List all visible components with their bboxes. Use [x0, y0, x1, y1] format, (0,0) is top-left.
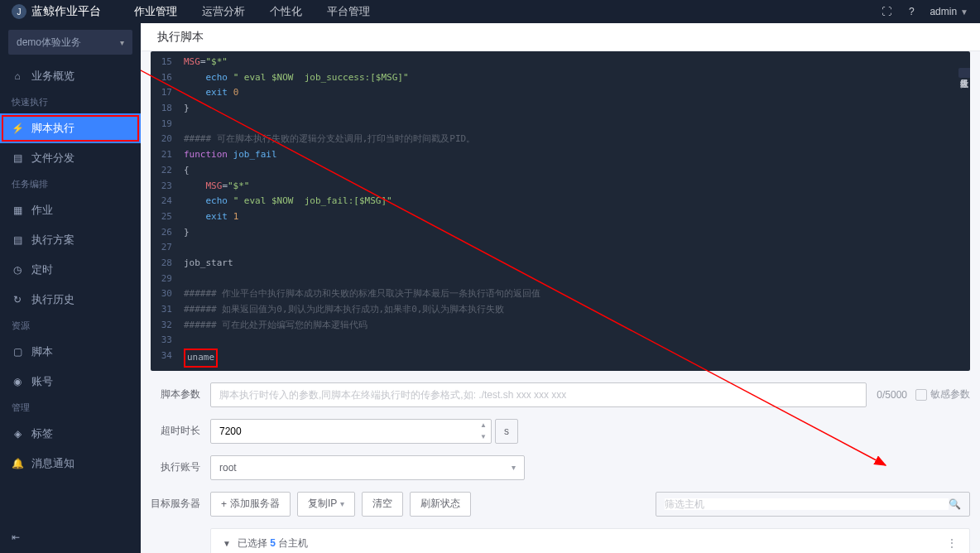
app-logo[interactable]: J 蓝鲸作业平台 [12, 4, 101, 19]
sidebar-item-label: 消息通知 [31, 456, 74, 471]
expand-icon[interactable]: ⛶ [880, 5, 893, 18]
refresh-button[interactable]: 刷新状态 [410, 492, 471, 517]
clear-button[interactable]: 清空 [362, 492, 403, 517]
sidebar-item-label: 执行历史 [31, 292, 74, 307]
line-number: 34 [151, 349, 184, 368]
sidebar-plans[interactable]: ▤执行方案 [0, 225, 141, 255]
line-number: 17 [151, 85, 184, 101]
line-number: 25 [151, 209, 184, 225]
chevron-down-icon: ▾ [340, 499, 344, 508]
sensitive-checkbox[interactable]: 敏感参数 [915, 387, 970, 402]
sidebar-accounts[interactable]: ◉账号 [0, 367, 141, 397]
history-icon: ↻ [12, 294, 23, 305]
timeout-label: 超时时长 [151, 424, 200, 438]
checkbox-box [915, 389, 927, 401]
sidebar-item-label: 标签 [31, 426, 53, 441]
sidebar-item-label: 执行方案 [31, 233, 74, 248]
line-number: 16 [151, 70, 184, 86]
sidebar-item-label: 定时 [31, 262, 53, 277]
collapse-toggle[interactable]: ▼ [223, 539, 231, 548]
line-number: 29 [151, 272, 184, 287]
account-label: 执行账号 [151, 460, 200, 474]
line-number: 26 [151, 225, 184, 241]
chevron-down-icon: ▾ [120, 38, 124, 47]
spin-up[interactable]: ▲ [477, 420, 490, 431]
sidebar-scripts[interactable]: ▢脚本 [0, 337, 141, 367]
home-icon: ⌂ [12, 70, 23, 82]
script-icon: ▢ [12, 346, 23, 358]
line-number: 21 [151, 147, 184, 163]
account-value: root [219, 462, 237, 474]
code-editor[interactable]: 15MSG="$*" 16 echo " eval $NOW job_succe… [151, 51, 970, 371]
sidebar-notify[interactable]: 🔔消息通知 [0, 449, 141, 478]
business-selector[interactable]: demo体验业务 ▾ [8, 30, 132, 55]
line-number: 23 [151, 179, 184, 195]
editor-side-tab[interactable]: 最近执行果 [958, 68, 970, 78]
help-icon[interactable]: ? [905, 5, 918, 18]
host-search-input[interactable] [665, 498, 949, 510]
params-label: 脚本参数 [151, 387, 200, 402]
nav-platform[interactable]: 平台管理 [327, 4, 370, 19]
sidebar-section-res: 资源 [0, 315, 141, 337]
line-number: 31 [151, 302, 184, 318]
sidebar-file-dist[interactable]: ▤文件分发 [0, 143, 141, 173]
search-icon: 🔍 [949, 498, 961, 510]
sidebar-item-label: 脚本执行 [31, 121, 74, 136]
user-menu[interactable]: admin ▼ [930, 6, 968, 17]
sensitive-label: 敏感参数 [930, 387, 970, 402]
sidebar-tags[interactable]: ◈标签 [0, 419, 141, 449]
doc-icon: ▦ [12, 204, 23, 216]
line-number: 24 [151, 194, 184, 209]
logo-icon: J [12, 4, 26, 19]
code-content: 15MSG="$*" 16 echo " eval $NOW job_succe… [151, 51, 970, 371]
sidebar-script-exec[interactable]: ⚡脚本执行 [0, 113, 141, 143]
collapse-icon: ⇤ [12, 531, 20, 543]
sidebar: demo体验业务 ▾ ⌂业务概览 快速执行 ⚡脚本执行 ▤文件分发 任务编排 ▦… [0, 23, 141, 553]
timeout-input[interactable] [210, 419, 492, 444]
spin-down[interactable]: ▼ [477, 431, 490, 443]
highlighted-command: uname [184, 349, 218, 368]
business-name: demo体验业务 [17, 36, 81, 50]
host-table: ▼ 已选择 5 台主机 ⋮ 主机IP 云区域 Agent 状态 主机名 操作作系… [210, 528, 970, 553]
user-icon: ◉ [12, 376, 23, 387]
btn-label: 复制IP [308, 497, 337, 511]
nav-job-manage[interactable]: 作业管理 [134, 4, 177, 19]
sidebar-history[interactable]: ↻执行历史 [0, 285, 141, 315]
btn-label: 添加服务器 [230, 497, 280, 511]
line-number: 18 [151, 101, 184, 117]
selected-count: 已选择 5 台主机 [238, 536, 308, 551]
sidebar-overview[interactable]: ⌂业务概览 [0, 61, 141, 91]
add-server-button[interactable]: +添加服务器 [210, 492, 291, 517]
nav-analytics[interactable]: 运营分析 [202, 4, 245, 19]
sidebar-item-label: 脚本 [31, 344, 53, 359]
sidebar-item-label: 作业 [31, 203, 53, 218]
nav-personalize[interactable]: 个性化 [270, 4, 302, 19]
clock-icon: ◷ [12, 264, 23, 276]
more-icon[interactable]: ⋮ [946, 536, 958, 550]
sidebar-collapse[interactable]: ⇤ [0, 522, 141, 553]
line-number: 15 [151, 55, 184, 70]
line-number: 33 [151, 333, 184, 349]
account-select[interactable]: root ▾ [210, 455, 525, 480]
sidebar-cron[interactable]: ◷定时 [0, 255, 141, 285]
file-icon: ▤ [12, 152, 23, 164]
sidebar-item-label: 账号 [31, 374, 53, 389]
line-number: 22 [151, 163, 184, 179]
chevron-down-icon: ▼ [960, 7, 968, 17]
app-name: 蓝鲸作业平台 [31, 4, 101, 19]
list-icon: ▤ [12, 234, 23, 246]
sidebar-section-task: 任务编排 [0, 173, 141, 195]
line-number: 20 [151, 132, 184, 147]
page-title: 执行脚本 [141, 23, 980, 51]
sidebar-item-label: 业务概览 [31, 69, 74, 84]
host-search[interactable]: 🔍 [656, 492, 970, 517]
sidebar-jobs[interactable]: ▦作业 [0, 195, 141, 225]
sidebar-item-label: 文件分发 [31, 151, 74, 166]
sidebar-section-quick: 快速执行 [0, 91, 141, 113]
timeout-unit: s [495, 419, 518, 444]
copy-ip-button[interactable]: 复制IP ▾ [297, 492, 355, 517]
username: admin [930, 6, 957, 17]
main-nav: 作业管理 运营分析 个性化 平台管理 [134, 4, 370, 19]
params-input[interactable] [210, 382, 867, 407]
line-number: 32 [151, 318, 184, 334]
